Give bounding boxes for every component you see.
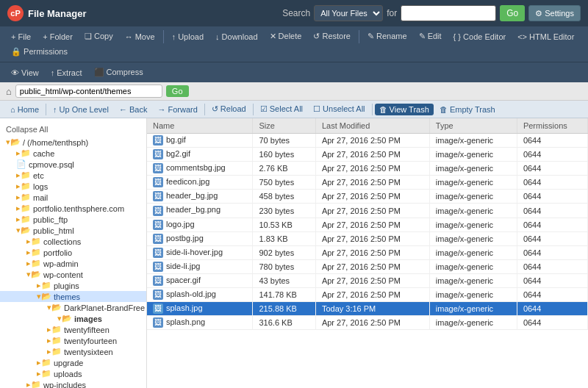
search-input[interactable] — [401, 5, 496, 21]
tree-item[interactable]: ▸📁wp-admin — [0, 258, 146, 269]
tree-item-label: twentyfourteen — [64, 337, 117, 345]
file-type-icon: 🖼 — [153, 191, 163, 201]
table-row[interactable]: 🖼side-li-hover.jpg902 bytesApr 27, 2016 … — [147, 245, 588, 259]
col-size[interactable]: Size — [253, 118, 315, 134]
home-nav-btn[interactable]: ⌂ Home — [6, 104, 43, 115]
move-btn[interactable]: ↔ Move — [120, 30, 160, 43]
tree-item[interactable]: ▸📁wp-includes — [0, 379, 146, 388]
restore-btn[interactable]: ↺ Restore — [308, 29, 356, 43]
file-size-cell: 215.88 KB — [253, 302, 315, 316]
table-row[interactable]: 🖼feedicon.jpg750 bytesApr 27, 2016 2:50 … — [147, 176, 588, 190]
back-btn[interactable]: ← Back — [115, 104, 152, 115]
rename-btn[interactable]: ✎ Rename — [362, 29, 412, 43]
edit-btn[interactable]: ✎ Edit — [414, 29, 447, 43]
folder-icon: ▸📁 — [26, 380, 41, 388]
permissions-btn[interactable]: 🔒 Permissions — [6, 45, 73, 59]
tree-item[interactable]: ▸📁twentyfifteen — [0, 324, 146, 335]
file-table: Name Size Last Modified Type Permissions… — [147, 118, 588, 330]
upload-btn[interactable]: ↑ Upload — [167, 30, 209, 43]
home-icon: ⌂ — [6, 86, 12, 97]
extract-btn[interactable]: ↑ Extract — [46, 66, 87, 79]
tree-item[interactable]: ▾📂DarkPlanet-BrandFree — [0, 302, 146, 313]
tree-item-label: / (/home/tenthsph) — [23, 138, 88, 147]
nav-sep2 — [204, 104, 205, 115]
tree-item[interactable]: ▸📁cache — [0, 148, 146, 159]
html-editor-btn[interactable]: <> HTML Editor — [512, 30, 579, 43]
file-perms-cell: 0644 — [517, 134, 587, 148]
table-row[interactable]: 🖼splash-old.jpg141.78 KBApr 27, 2016 2:5… — [147, 288, 588, 302]
tree-item[interactable]: ▾📂public_html — [0, 225, 146, 236]
view-btn[interactable]: 👁 View — [6, 66, 44, 79]
table-row[interactable]: 🖼commentsbg.jpg2.76 KBApr 27, 2016 2:50 … — [147, 162, 588, 176]
tree-item[interactable]: ▸📁twentyfourteen — [0, 335, 146, 346]
table-row[interactable]: 🖼splash.png316.6 KBApr 27, 2016 2:50 PMi… — [147, 316, 588, 330]
search-go-button[interactable]: Go — [500, 5, 525, 21]
tree-item[interactable]: ▸📁logs — [0, 181, 146, 192]
tree-item[interactable]: ▾📂/ (/home/tenthsph) — [0, 137, 146, 148]
settings-button[interactable]: ⚙ Settings — [528, 5, 581, 21]
delete-btn[interactable]: ✕ Delete — [265, 29, 307, 43]
tree-item-label: themes — [54, 292, 80, 301]
empty-trash-btn[interactable]: 🗑 Empty Trash — [435, 104, 500, 115]
tree-item[interactable]: ▸📁portfolio — [0, 247, 146, 258]
table-row[interactable]: 🖼postbg.jpg1.83 KBApr 27, 2016 2:50 PMim… — [147, 231, 588, 245]
app-logo: cP File Manager — [7, 5, 86, 21]
col-perms[interactable]: Permissions — [517, 118, 587, 134]
new-folder-btn[interactable]: + Folder — [37, 30, 78, 43]
file-name-cell: 🖼side-li-hover.jpg — [147, 245, 253, 259]
tree-item[interactable]: ▾📂wp-content — [0, 269, 146, 280]
file-perms-cell: 0644 — [517, 259, 587, 273]
file-type-cell: image/x-generic — [429, 259, 517, 273]
file-type-icon: 🖼 — [153, 276, 163, 286]
table-row[interactable]: 🖼header_bg.png230 bytesApr 27, 2016 2:50… — [147, 204, 588, 218]
col-name[interactable]: Name — [147, 118, 253, 134]
file-name-cell: 🖼header_bg.png — [147, 204, 253, 218]
tree-item[interactable]: ▸📁twentysixteen — [0, 346, 146, 357]
tree-item[interactable]: ▸📁plugins — [0, 280, 146, 291]
forward-btn[interactable]: → Forward — [153, 104, 201, 115]
download-btn[interactable]: ↓ Download — [210, 30, 262, 43]
table-row[interactable]: 🖼spacer.gif43 bytesApr 27, 2016 2:50 PMi… — [147, 273, 588, 287]
reload-btn[interactable]: ↺ Reload — [207, 103, 251, 115]
collapse-all-btn[interactable]: Collapse All — [0, 122, 146, 137]
col-type[interactable]: Type — [429, 118, 517, 134]
nav-sep3 — [253, 104, 254, 115]
file-perms-cell: 0644 — [517, 302, 587, 316]
compress-btn[interactable]: ⬛ Compress — [89, 65, 148, 79]
table-row[interactable]: 🖼logo.jpg10.53 KBApr 27, 2016 2:50 PMima… — [147, 218, 588, 231]
tree-item[interactable]: ▸📁uploads — [0, 368, 146, 379]
unselect-all-btn[interactable]: ☐ Unselect All — [309, 103, 370, 115]
table-row[interactable]: 🖼splash.jpg215.88 KBToday 3:16 PMimage/x… — [147, 302, 588, 316]
table-row[interactable]: 🖼side-li.jpg780 bytesApr 27, 2016 2:50 P… — [147, 259, 588, 273]
view-trash-btn[interactable]: 🗑 View Trash — [375, 104, 434, 115]
tree-item[interactable]: ▸📁public_ftp — [0, 214, 146, 225]
pathbar-go-button[interactable]: Go — [166, 85, 189, 97]
search-scope-select[interactable]: All Your Files — [314, 5, 383, 21]
tree-item[interactable]: ▸📁collections — [0, 236, 146, 247]
copy-btn[interactable]: ❏ Copy — [79, 29, 118, 43]
tree-item[interactable]: ▸📁portfolio.tenthsphere.com — [0, 203, 146, 214]
file-type-cell: image/x-generic — [429, 218, 517, 231]
folder-icon: ▾📂 — [47, 303, 62, 312]
tree-item[interactable]: 📄cpmove.psql — [0, 159, 146, 170]
folder-icon: ▸📁 — [16, 148, 31, 158]
select-all-btn[interactable]: ☑ Select All — [256, 103, 307, 115]
tree-item[interactable]: ▾📂themes — [0, 291, 146, 302]
table-row[interactable]: 🖼header_bg.jpg458 bytesApr 27, 2016 2:50… — [147, 190, 588, 204]
file-type-icon: 🖼 — [153, 303, 163, 314]
col-modified[interactable]: Last Modified — [315, 118, 429, 134]
new-file-btn[interactable]: + File — [6, 30, 36, 43]
file-modified-cell: Apr 27, 2016 2:50 PM — [315, 231, 429, 245]
up-level-btn[interactable]: ↑ Up One Level — [49, 104, 113, 115]
path-input[interactable] — [15, 85, 162, 98]
table-row[interactable]: 🖼bg.gif70 bytesApr 27, 2016 2:50 PMimage… — [147, 134, 588, 148]
tree-item[interactable]: ▸📁mail — [0, 192, 146, 203]
file-perms-cell: 0644 — [517, 288, 587, 302]
table-row[interactable]: 🖼bg2.gif160 bytesApr 27, 2016 2:50 PMima… — [147, 148, 588, 162]
code-editor-btn[interactable]: { } Code Editor — [448, 30, 512, 43]
tree-item[interactable]: ▸📁upgrade — [0, 357, 146, 368]
file-type-cell: image/x-generic — [429, 231, 517, 245]
folder-icon: ▸📁 — [47, 325, 62, 334]
tree-item[interactable]: ▾📂images — [0, 313, 146, 324]
tree-item[interactable]: ▸📁etc — [0, 170, 146, 181]
